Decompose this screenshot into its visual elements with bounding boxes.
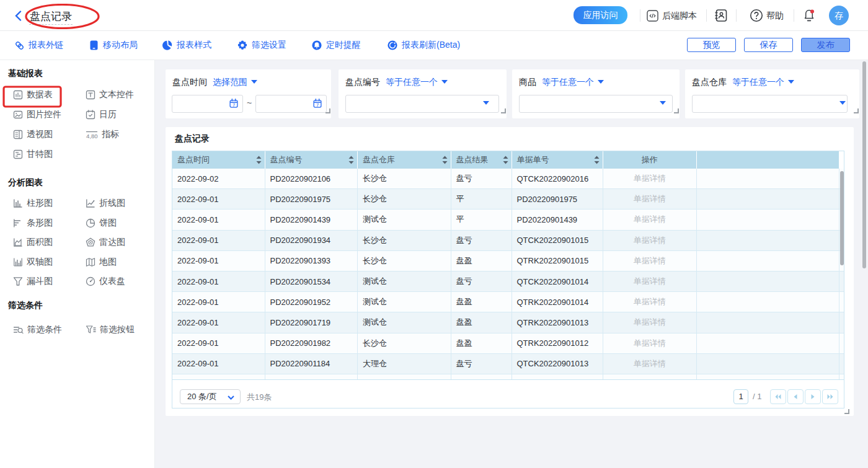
svg-text:4,80: 4,80 <box>86 133 98 139</box>
svg-text:7: 7 <box>232 102 235 108</box>
svg-text:7: 7 <box>316 102 319 108</box>
